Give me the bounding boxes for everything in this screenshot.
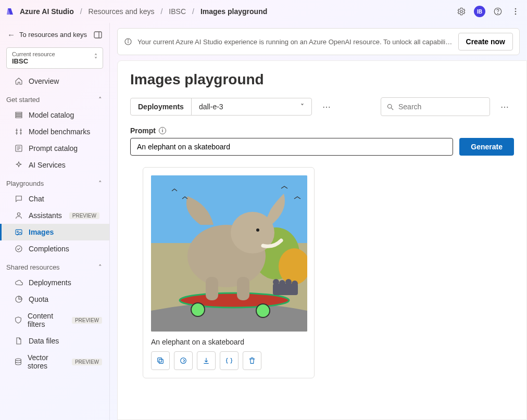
nav-content-filters[interactable]: Content filters PREVIEW — [0, 308, 109, 333]
sparkle-icon — [14, 161, 23, 169]
breadcrumb-root[interactable]: Azure AI Studio — [20, 7, 74, 16]
nav-prompt-catalog[interactable]: Prompt catalog — [0, 140, 109, 157]
prompt-label-row: Prompt i — [130, 126, 514, 135]
deployment-dropdown[interactable]: dall-e-3 ˅ — [192, 98, 311, 115]
nav-label: Model benchmarks — [29, 128, 90, 136]
nav-images[interactable]: Images — [0, 224, 109, 240]
group-shared-resources[interactable]: Shared resources ˄ — [0, 257, 109, 274]
panel-toggle-icon[interactable] — [94, 31, 102, 39]
azure-logo-icon — [6, 7, 15, 16]
result-actions — [151, 351, 306, 370]
view-json-button[interactable] — [220, 351, 239, 370]
nav-quota[interactable]: Quota — [0, 291, 109, 308]
back-link[interactable]: ← To resources and keys — [0, 26, 109, 43]
svg-point-0 — [460, 10, 463, 13]
nav-overview[interactable]: Overview — [0, 73, 109, 90]
create-now-button[interactable]: Create now — [458, 33, 513, 50]
nav-label: Vector stores — [28, 353, 65, 370]
group-get-started[interactable]: Get started ˄ — [0, 90, 109, 107]
svg-rect-41 — [159, 359, 163, 363]
download-button[interactable] — [197, 351, 216, 370]
svg-rect-10 — [16, 117, 22, 118]
breadcrumb-item-1[interactable]: IBSC — [169, 7, 186, 16]
settings-gear-icon[interactable] — [456, 6, 467, 17]
chevron-updown-icon: ˄˅ — [94, 55, 97, 61]
svg-point-43 — [181, 358, 186, 364]
nav-label: Images — [29, 228, 54, 236]
toolbar: Deployments dall-e-3 ˅ ⋯ ⋯ — [130, 97, 514, 116]
preview-badge: PREVIEW — [69, 212, 99, 219]
preview-badge: PREVIEW — [72, 359, 102, 365]
svg-point-5 — [515, 14, 517, 15]
completions-icon — [14, 245, 23, 253]
nav-model-catalog[interactable]: Model catalog — [0, 107, 109, 123]
group-label: Shared resources — [6, 263, 60, 271]
banner-text: Your current Azure AI Studio experience … — [137, 38, 453, 46]
regenerate-button[interactable] — [174, 351, 193, 370]
svg-point-14 — [17, 231, 19, 233]
chevron-up-icon: ˄ — [98, 180, 102, 187]
deployments-label: Deployments — [131, 98, 192, 115]
group-playgrounds[interactable]: Playgrounds ˄ — [0, 173, 109, 190]
content: Images playground Deployments dall-e-3 ˅… — [117, 60, 527, 420]
chevron-up-icon: ˄ — [98, 96, 102, 104]
resource-value: IBSC — [12, 57, 94, 65]
nav-assistants[interactable]: Assistants PREVIEW — [0, 207, 109, 224]
nav-data-files[interactable]: Data files — [0, 333, 109, 349]
user-avatar[interactable]: IB — [474, 6, 485, 17]
delete-button[interactable] — [243, 351, 261, 370]
svg-point-15 — [16, 246, 22, 252]
info-icon[interactable]: i — [159, 127, 166, 134]
svg-point-3 — [515, 8, 517, 10]
nav-chat[interactable]: Chat — [0, 190, 109, 207]
file-icon — [14, 337, 23, 345]
nav-label: Assistants — [29, 211, 62, 220]
svg-rect-6 — [94, 32, 102, 38]
nav-label: Chat — [29, 195, 44, 203]
generate-button[interactable]: Generate — [459, 138, 514, 156]
resource-label: Current resource — [12, 51, 94, 57]
svg-point-21 — [388, 104, 392, 108]
deployment-value: dall-e-3 — [199, 103, 223, 111]
top-bar: Azure AI Studio / Resources and keys / I… — [0, 0, 527, 23]
prompt-input[interactable] — [130, 138, 453, 156]
arrow-left-icon: ← — [7, 30, 15, 39]
page-title: Images playground — [130, 71, 514, 88]
nav-model-benchmarks[interactable]: Model benchmarks — [0, 123, 109, 140]
breadcrumb-item-2[interactable]: Images playground — [200, 7, 267, 16]
search-input[interactable] — [398, 103, 490, 111]
search-icon — [386, 103, 394, 111]
toolbar-overflow-button[interactable]: ⋯ — [495, 97, 514, 116]
prompt-icon — [14, 144, 23, 152]
more-options-button[interactable]: ⋯ — [317, 97, 336, 116]
nav-vector-stores[interactable]: Vector stores PREVIEW — [0, 349, 109, 374]
nav-label: Data files — [29, 337, 59, 345]
search-box[interactable] — [381, 97, 490, 116]
database-icon — [14, 358, 22, 366]
catalog-icon — [14, 111, 23, 119]
top-actions: IB — [456, 6, 521, 17]
breadcrumb-sep: / — [159, 7, 164, 16]
svg-point-29 — [191, 303, 205, 316]
svg-line-22 — [391, 108, 393, 110]
nav-ai-services[interactable]: AI Services — [0, 157, 109, 173]
breadcrumb: Azure AI Studio / Resources and keys / I… — [6, 7, 456, 16]
prompt-row: Generate — [130, 138, 514, 156]
nav-label: Prompt catalog — [29, 144, 78, 152]
quota-icon — [14, 295, 23, 303]
svg-rect-40 — [273, 284, 298, 295]
nav-completions[interactable]: Completions — [0, 240, 109, 257]
breadcrumb-item-0[interactable]: Resources and keys — [89, 7, 155, 16]
shield-icon — [14, 316, 22, 324]
overflow-menu-icon[interactable] — [510, 6, 521, 17]
svg-rect-8 — [16, 112, 22, 114]
generated-image[interactable] — [151, 175, 307, 332]
help-icon[interactable] — [493, 6, 503, 17]
copy-button[interactable] — [151, 351, 170, 370]
breadcrumb-sep: / — [191, 7, 195, 16]
nav-deployments[interactable]: Deployments — [0, 274, 109, 291]
svg-rect-9 — [16, 114, 22, 116]
resource-selector[interactable]: Current resource IBSC ˄˅ — [6, 47, 103, 69]
nav-label: Model catalog — [29, 111, 74, 119]
nav-label: Content filters — [28, 312, 65, 328]
